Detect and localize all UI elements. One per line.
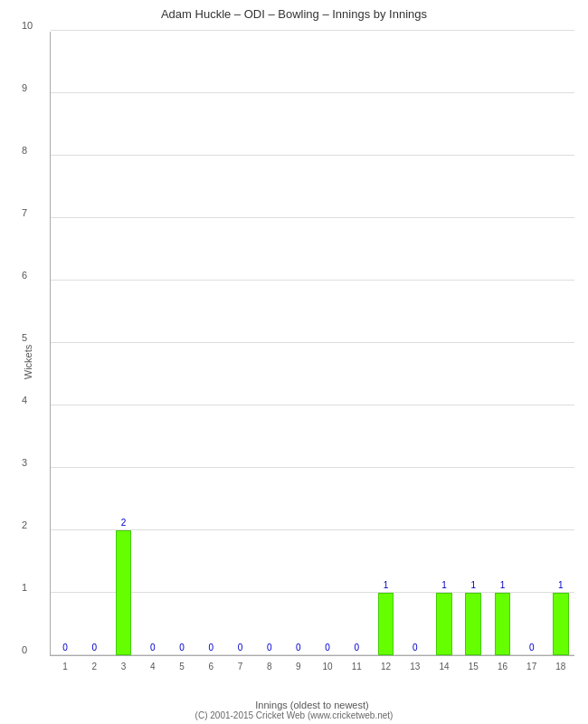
x-tick-label: 16 [498, 662, 507, 672]
y-tick-label: 2 [22, 519, 27, 530]
bar [495, 593, 511, 655]
bar-value-label: 0 [203, 643, 219, 653]
grid-line [51, 30, 574, 31]
y-tick-label: 10 [22, 20, 33, 31]
bar-value-label: 0 [290, 643, 307, 653]
x-tick-label: 14 [439, 662, 449, 672]
y-tick-label: 0 [22, 644, 27, 655]
bar-value-label: 0 [174, 643, 190, 653]
y-tick-label: 5 [22, 332, 27, 343]
x-tick-label: 3 [121, 662, 127, 672]
bar-value-label: 1 [495, 580, 511, 590]
y-tick-label: 3 [22, 457, 27, 468]
x-tick-label: 11 [352, 662, 362, 672]
x-tick-label: 17 [526, 662, 536, 672]
chart-container: Adam Huckle – ODI – Bowling – Innings by… [0, 0, 588, 724]
copyright: (C) 2001-2015 Cricket Web (www.cricketwe… [0, 710, 588, 720]
grid-line [51, 342, 574, 343]
bar [465, 593, 481, 655]
bar-value-label: 0 [232, 643, 249, 653]
bar [378, 593, 394, 655]
x-tick-label: 4 [150, 662, 156, 672]
x-tick-label: 13 [410, 662, 420, 672]
bar-value-label: 1 [553, 580, 569, 590]
bar-value-label: 0 [319, 643, 336, 653]
x-tick-label: 9 [296, 662, 301, 672]
x-tick-label: 10 [323, 662, 333, 672]
bar [116, 530, 132, 655]
x-tick-label: 7 [238, 662, 243, 672]
x-tick-label: 18 [555, 662, 565, 672]
x-tick-label: 2 [92, 662, 98, 672]
bar [553, 593, 569, 655]
y-tick-label: 8 [22, 145, 27, 156]
x-tick-label: 5 [179, 662, 185, 672]
y-tick-label: 1 [22, 582, 27, 593]
bar-value-label: 0 [524, 643, 540, 653]
x-axis-title: Innings (oldest to newest) [50, 700, 574, 710]
x-tick-label: 12 [381, 662, 391, 672]
bar-value-label: 0 [407, 643, 423, 653]
x-tick-label: 15 [469, 662, 479, 672]
bar [436, 593, 452, 655]
x-tick-label: 6 [208, 662, 213, 672]
x-tick-label: 1 [62, 662, 68, 672]
y-tick-label: 9 [22, 82, 27, 93]
chart-title: Adam Huckle – ODI – Bowling – Innings by… [0, 0, 588, 24]
chart-area: 0123456789100102230405060708090100111120… [50, 32, 574, 656]
grid-line [51, 217, 574, 218]
x-tick-label: 8 [267, 662, 272, 672]
grid-line [51, 467, 574, 468]
grid-line [51, 92, 574, 93]
grid-line [51, 405, 574, 405]
bar-value-label: 0 [261, 643, 278, 653]
y-axis-title: Wickets [23, 345, 33, 380]
bar-value-label: 1 [378, 580, 394, 590]
bar-value-label: 0 [86, 643, 102, 653]
grid-line [51, 155, 574, 156]
bar-value-label: 1 [465, 580, 481, 590]
bar-value-label: 2 [116, 518, 132, 528]
y-tick-label: 6 [22, 270, 27, 281]
grid-line [51, 280, 574, 281]
y-tick-label: 4 [22, 395, 27, 405]
bar-value-label: 0 [57, 643, 73, 653]
bar-value-label: 0 [145, 643, 161, 653]
bar-value-label: 0 [348, 643, 365, 653]
bar-value-label: 1 [436, 580, 452, 590]
y-tick-label: 7 [22, 207, 27, 218]
